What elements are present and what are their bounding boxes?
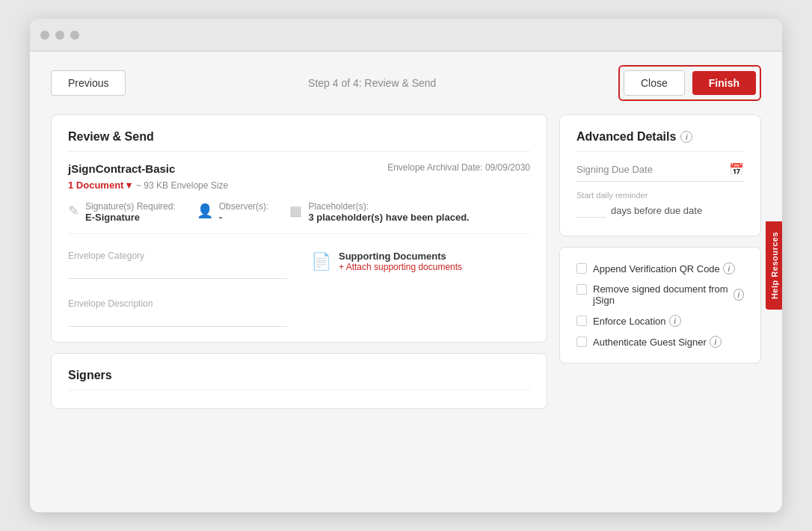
reminder-row: days before due date <box>576 203 744 218</box>
signers-title: Signers <box>68 369 530 390</box>
signing-due-date-label: Signing Due Date <box>576 164 653 175</box>
append-qr-info-icon[interactable]: i <box>723 263 735 274</box>
option-append-qr: Append Verification QR Code i <box>576 263 744 274</box>
placeholder-icon: ▦ <box>289 203 302 219</box>
reminder-section: Start daily reminder days before due dat… <box>576 191 744 218</box>
calendar-icon[interactable]: 📅 <box>729 162 744 177</box>
window-dot-3 <box>70 31 79 40</box>
left-column: Review & Send jSignContract-Basic Envelo… <box>51 114 547 409</box>
step-number: Step 4 of 4 <box>308 77 359 89</box>
help-resources-button[interactable]: Help Resources <box>766 221 782 310</box>
signers-card: Signers <box>51 353 547 409</box>
enforce-location-info-icon[interactable]: i <box>669 315 681 327</box>
supporting-docs: 📄 Supporting Documents + Attach supporti… <box>311 251 530 327</box>
envelope-category-field: Envelope Category Envelope Description <box>68 251 287 327</box>
observers-label: Observer(s): <box>219 201 269 212</box>
observers-value: - <box>219 212 269 223</box>
placeholders-value: 3 placeholder(s) have been placed. <box>308 212 469 223</box>
window-dot-1 <box>40 31 49 40</box>
remove-signed-label: Remove signed document from jSign i <box>593 283 744 306</box>
close-button[interactable]: Close <box>624 70 685 96</box>
step-name: : Review & Send <box>359 77 437 89</box>
doc-meta: 1 Document ▾ ~ 93 KB Envelope Size <box>68 179 530 191</box>
advanced-details-info-icon[interactable]: i <box>680 131 692 143</box>
signatures-info: ✎ Signature(s) Required: E-Signature <box>68 201 176 223</box>
attach-docs-link[interactable]: + Attach supporting documents <box>339 262 462 272</box>
reminder-days-input[interactable] <box>576 203 606 218</box>
option-enforce-location: Enforce Location i <box>576 315 744 327</box>
doc-header: jSignContract-Basic Envelope Archival Da… <box>68 162 530 175</box>
archival-date: Envelope Archival Date: 09/09/2030 <box>387 162 530 173</box>
envelope-category-input[interactable] <box>68 264 287 279</box>
remove-signed-info-icon[interactable]: i <box>733 289 744 301</box>
option-remove-signed: Remove signed document from jSign i <box>576 283 744 306</box>
reminder-suffix: days before due date <box>611 205 702 216</box>
advanced-details-card: Advanced Details i Signing Due Date 📅 St… <box>559 114 761 236</box>
doc-name: jSignContract-Basic <box>68 162 175 175</box>
doc-bottom-row: Envelope Category Envelope Description 📄… <box>68 245 530 327</box>
reminder-label: Start daily reminder <box>576 191 744 200</box>
enforce-location-label: Enforce Location i <box>593 315 681 327</box>
title-bar <box>30 19 782 52</box>
step-indicator: Step 4 of 4: Review & Send <box>308 77 436 89</box>
app-window: Previous Step 4 of 4: Review & Send Clos… <box>30 19 782 512</box>
doc-info-row: ✎ Signature(s) Required: E-Signature 👤 O… <box>68 201 530 234</box>
doc-size: ~ 93 KB Envelope Size <box>136 180 228 191</box>
append-qr-checkbox[interactable] <box>576 263 587 274</box>
finish-button[interactable]: Finish <box>692 71 756 95</box>
signatures-label: Signature(s) Required: <box>85 201 176 212</box>
option-authenticate-guest: Authenticate Guest Signer i <box>576 336 744 348</box>
envelope-description-label: Envelope Description <box>68 298 287 309</box>
previous-button[interactable]: Previous <box>51 70 126 96</box>
placeholders-label: Placeholder(s): <box>308 201 469 212</box>
review-send-title: Review & Send <box>68 130 530 152</box>
append-qr-label: Append Verification QR Code i <box>593 263 735 274</box>
supporting-docs-icon: 📄 <box>311 252 331 271</box>
doc-count[interactable]: 1 Document ▾ <box>68 179 132 191</box>
authenticate-guest-label: Authenticate Guest Signer i <box>593 336 722 348</box>
placeholders-info: ▦ Placeholder(s): 3 placeholder(s) have … <box>289 201 469 223</box>
remove-signed-checkbox[interactable] <box>576 284 587 295</box>
observers-info: 👤 Observer(s): - <box>197 201 269 223</box>
window-dot-2 <box>55 31 64 40</box>
top-actions-group: Close Finish <box>618 65 761 101</box>
advanced-details-title: Advanced Details i <box>576 130 744 152</box>
main-content: Previous Step 4 of 4: Review & Send Clos… <box>30 52 782 430</box>
review-send-card: Review & Send jSignContract-Basic Envelo… <box>51 114 547 343</box>
signatures-value: E-Signature <box>85 212 176 223</box>
envelope-description-input[interactable] <box>68 312 287 327</box>
authenticate-guest-info-icon[interactable]: i <box>710 336 722 348</box>
observer-icon: 👤 <box>197 203 213 219</box>
authenticate-guest-checkbox[interactable] <box>576 337 587 347</box>
supporting-docs-title: Supporting Documents <box>339 251 462 262</box>
content-columns: Review & Send jSignContract-Basic Envelo… <box>51 114 761 409</box>
signing-due-date-row: Signing Due Date 📅 <box>576 162 744 182</box>
right-column: Advanced Details i Signing Due Date 📅 St… <box>559 114 761 409</box>
options-card: Append Verification QR Code i Remove sig… <box>559 247 761 363</box>
enforce-location-checkbox[interactable] <box>576 316 587 326</box>
signature-icon: ✎ <box>68 203 79 219</box>
top-nav: Previous Step 4 of 4: Review & Send Clos… <box>51 65 761 101</box>
envelope-category-label: Envelope Category <box>68 251 287 261</box>
